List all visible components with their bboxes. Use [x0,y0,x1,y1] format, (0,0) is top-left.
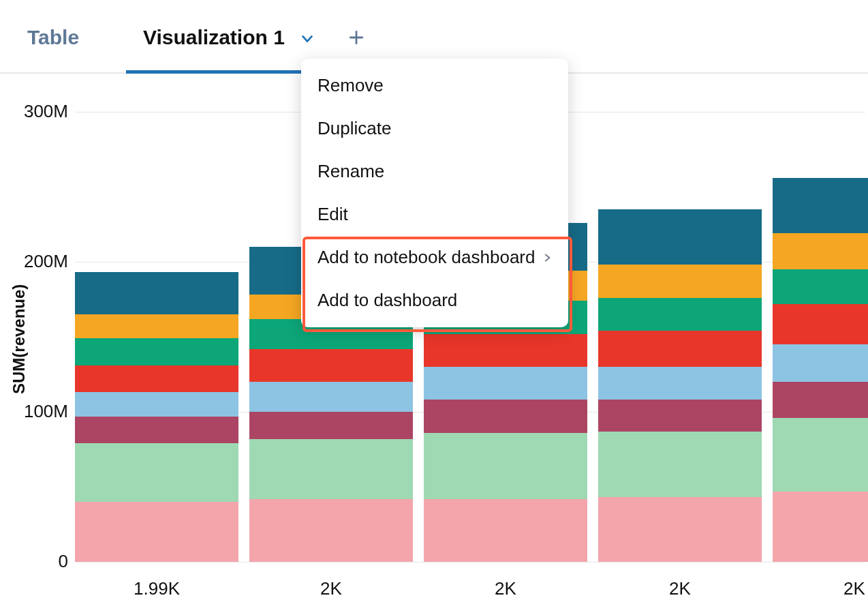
bar-segment-mint[interactable] [598,432,762,498]
stacked-bar[interactable] [773,178,868,562]
bar-segment-orange[interactable] [773,233,868,269]
menu-item-label: Edit [317,204,348,225]
bar-segment-skyblue[interactable] [424,367,587,400]
menu-item-add-to-dashboard[interactable]: Add to dashboard [301,279,568,322]
bar-segment-skyblue[interactable] [75,392,238,416]
bar-segment-red[interactable] [773,304,868,344]
tab-options-menu: Remove Duplicate Rename Edit Add to note… [301,59,568,327]
menu-item-add-to-notebook-dashboard[interactable]: Add to notebook dashboard [301,236,568,279]
y-axis-tick-label: 0 [7,551,68,572]
bar-segment-red[interactable] [424,334,587,367]
bar-segment-pink[interactable] [598,497,762,562]
bar-segment-mint[interactable] [424,433,587,499]
x-axis-tick-label: 2K [320,578,342,599]
x-axis-tick-label: 2K [495,578,516,599]
stacked-bar[interactable] [75,272,238,562]
y-axis-tick-label: 200M [7,251,68,272]
menu-item-remove[interactable]: Remove [301,64,568,107]
bar-segment-green[interactable] [598,298,762,331]
bar-segment-green[interactable] [773,269,868,304]
bar-segment-red[interactable] [75,365,238,393]
chevron-down-icon [300,31,315,46]
tab-table[interactable]: Table [27,26,79,49]
bar-segment-maroon[interactable] [424,400,587,432]
x-axis-tick-label: 2K [669,578,691,599]
menu-item-duplicate[interactable]: Duplicate [301,107,568,150]
bar-segment-pink[interactable] [424,499,587,562]
chevron-right-icon [542,252,552,264]
bar-segment-red[interactable] [598,331,762,367]
tab-options-button[interactable] [300,31,315,46]
bar-segment-pink[interactable] [249,499,413,562]
bar-segment-maroon[interactable] [249,412,413,439]
bar-segment-maroon[interactable] [598,400,762,431]
bar-segment-orange[interactable] [598,265,762,297]
bar-segment-mint[interactable] [249,439,413,499]
bar-segment-skyblue[interactable] [773,344,868,382]
y-gridline [75,562,865,562]
bar-segment-skyblue[interactable] [249,382,413,412]
x-axis-tick-label: 1.99K [134,578,180,599]
bar-segment-maroon[interactable] [75,417,238,444]
bar-segment-maroon[interactable] [773,382,868,418]
menu-item-label: Add to notebook dashboard [317,247,535,268]
bar-segment-red[interactable] [249,349,413,382]
bar-segment-teal[interactable] [598,209,762,265]
menu-item-label: Add to dashboard [317,290,457,311]
y-axis-label: SUM(revenue) [10,284,29,394]
bar-segment-pink[interactable] [773,492,868,562]
tab-visualization-1[interactable]: Visualization 1 [143,26,285,49]
stacked-bar[interactable] [598,209,762,562]
x-axis-tick-label: 2K [843,578,865,599]
add-tab-button[interactable] [347,29,365,46]
bar-segment-pink[interactable] [75,502,238,562]
y-axis-tick-label: 100M [7,401,68,422]
menu-item-edit[interactable]: Edit [301,193,568,236]
y-axis-tick-label: 300M [7,101,68,122]
plus-icon [347,29,365,46]
bar-segment-mint[interactable] [75,443,238,502]
bar-segment-teal[interactable] [75,272,238,314]
bar-segment-green[interactable] [75,338,238,365]
bar-segment-skyblue[interactable] [598,367,762,400]
menu-item-label: Rename [317,161,384,182]
bar-segment-mint[interactable] [773,418,868,492]
bar-segment-orange[interactable] [75,314,238,338]
bar-segment-teal[interactable] [773,178,868,233]
menu-item-label: Remove [317,75,384,96]
menu-item-rename[interactable]: Rename [301,150,568,193]
menu-item-label: Duplicate [317,118,391,139]
